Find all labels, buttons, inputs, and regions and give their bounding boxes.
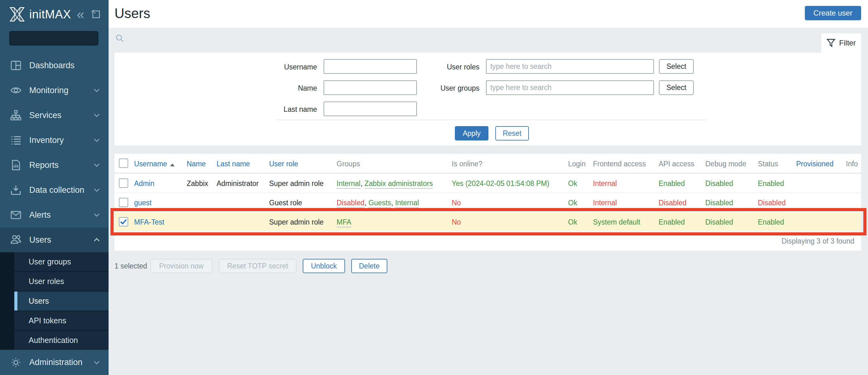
submenu-item-users[interactable]: Users — [0, 291, 108, 311]
sidebar-item-reports[interactable]: Reports — [0, 153, 108, 177]
filter-panel: Username Name Last name User roles Selec… — [115, 53, 861, 145]
column-header-username[interactable]: Username — [134, 160, 167, 168]
last-name-label: Last name — [208, 105, 317, 114]
dashboards-icon — [10, 59, 22, 71]
reset-button[interactable]: Reset — [495, 126, 529, 141]
status-value: Enabled — [758, 174, 796, 193]
search-icon — [115, 34, 124, 43]
sidebar-item-administration[interactable]: Administration — [0, 350, 108, 375]
unblock-button[interactable]: Unblock — [303, 259, 345, 273]
is-online-value: Yes (2024-02-05 01:54:08 PM) — [452, 174, 568, 193]
filter-divider — [276, 120, 706, 120]
submenu-item-api-tokens[interactable]: API tokens — [0, 311, 108, 330]
chevron-down-icon — [94, 213, 100, 217]
create-user-button[interactable]: Create user — [805, 6, 861, 20]
sidebar-item-data-collection[interactable]: Data collection — [0, 177, 108, 202]
column-header-info: Info — [846, 154, 859, 173]
active-indicator — [14, 291, 18, 311]
sort-ascending-icon — [170, 164, 175, 166]
brand-name: initMAX — [29, 8, 71, 21]
login-status: Ok — [568, 193, 593, 212]
submenu-item-authentication[interactable]: Authentication — [0, 331, 108, 350]
row-checkbox-checked[interactable] — [119, 217, 128, 226]
inventory-icon — [10, 134, 22, 146]
checkmark-icon — [120, 219, 127, 225]
last-name-filter-input[interactable] — [323, 102, 417, 116]
username-link[interactable]: MFA-Test — [134, 218, 164, 226]
column-header-api-access: API access — [659, 154, 705, 173]
filter-funnel-icon — [827, 39, 835, 47]
sidebar-menu: Dashboards Monitoring Services Inventory — [0, 53, 108, 252]
column-header-groups: Groups — [337, 154, 452, 173]
debug-mode-value: Disabled — [705, 212, 758, 231]
column-header-frontend-access: Frontend access — [593, 154, 659, 173]
sidebar-item-users[interactable]: Users — [0, 227, 108, 252]
status-value: Disabled — [758, 193, 796, 212]
select-all-checkbox[interactable] — [119, 158, 128, 168]
user-groups-select-button[interactable]: Select — [659, 80, 694, 95]
reset-totp-secret-button[interactable]: Reset TOTP secret — [219, 259, 297, 273]
user-roles-select-button[interactable]: Select — [659, 59, 694, 74]
username-link[interactable]: Admin — [134, 179, 154, 188]
sidebar-item-services[interactable]: Services — [0, 103, 108, 128]
brand-row: initMAX « — [9, 6, 101, 23]
collapse-sidebar-icon[interactable]: « — [77, 10, 84, 19]
sidebar-search-input[interactable] — [10, 34, 115, 43]
users-icon — [10, 234, 22, 246]
frontend-access-value: Internal — [593, 174, 659, 193]
submenu-item-user-groups[interactable]: User groups — [0, 252, 108, 271]
data-collection-icon — [10, 184, 22, 196]
group-link[interactable]: Guests — [368, 199, 391, 207]
table-header-row: Username Name Last name User role Groups… — [115, 154, 861, 174]
sidebar-item-dashboards[interactable]: Dashboards — [0, 53, 108, 78]
group-link[interactable]: MFA — [337, 218, 351, 226]
group-link[interactable]: Internal — [395, 199, 419, 207]
sidebar-search — [9, 31, 98, 46]
delete-button[interactable]: Delete — [351, 259, 388, 273]
mass-actions-bar: 1 selected Provision now Reset TOTP secr… — [115, 259, 394, 273]
group-link[interactable]: Disabled — [337, 199, 365, 207]
column-header-is-online: Is online? — [452, 154, 568, 173]
user-groups-search-input[interactable] — [486, 80, 654, 95]
group-link[interactable]: Zabbix administrators — [365, 179, 433, 188]
column-header-login: Login — [568, 154, 593, 173]
api-access-value: Enabled — [659, 174, 705, 193]
chevron-down-icon — [94, 361, 100, 365]
services-icon — [10, 109, 22, 121]
page-title: Users — [115, 6, 150, 21]
popout-sidebar-icon[interactable] — [91, 9, 101, 19]
provision-now-button[interactable]: Provision now — [150, 259, 213, 273]
table-row: Admin Zabbix Administrator Super admin r… — [115, 174, 861, 193]
main-content: Users Create user Filter Username Name L… — [108, 0, 868, 375]
column-header-debug-mode: Debug mode — [705, 154, 758, 173]
apply-button[interactable]: Apply — [455, 126, 489, 141]
sidebar-item-inventory[interactable]: Inventory — [0, 128, 108, 153]
sidebar: initMAX « Dashboards Monitoring — [0, 0, 108, 375]
group-link[interactable]: Internal — [337, 179, 361, 188]
users-table: Username Name Last name User role Groups… — [115, 154, 861, 251]
sidebar-item-alerts[interactable]: Alerts — [0, 202, 108, 227]
row-checkbox[interactable] — [119, 198, 128, 207]
initmax-logo-icon — [9, 6, 26, 22]
reports-icon — [10, 159, 22, 171]
table-row-selected: MFA-Test Super admin role MFA No Ok Syst… — [115, 212, 861, 232]
chevron-down-icon — [94, 188, 100, 192]
user-roles-label: User roles — [395, 63, 479, 71]
filter-tab[interactable]: Filter — [822, 33, 861, 53]
table-row: guest Guest role DisabledGuestsInternal … — [115, 193, 861, 212]
submenu-item-user-roles[interactable]: User roles — [0, 272, 108, 291]
column-header-last-name[interactable]: Last name — [217, 160, 250, 168]
user-roles-search-input[interactable] — [486, 59, 654, 74]
column-header-user-role[interactable]: User role — [269, 160, 298, 168]
users-submenu: User groups User roles Users API tokens … — [0, 252, 108, 350]
column-header-provisioned[interactable]: Provisioned — [796, 160, 834, 168]
api-access-value: Disabled — [659, 193, 705, 212]
gear-icon — [10, 357, 22, 369]
column-header-name[interactable]: Name — [187, 160, 206, 168]
user-groups-label: User groups — [395, 84, 479, 92]
username-link[interactable]: guest — [134, 199, 152, 207]
sidebar-item-monitoring[interactable]: Monitoring — [0, 78, 108, 103]
is-online-value: No — [452, 212, 568, 231]
chevron-down-icon — [94, 138, 100, 142]
row-checkbox[interactable] — [119, 178, 128, 188]
